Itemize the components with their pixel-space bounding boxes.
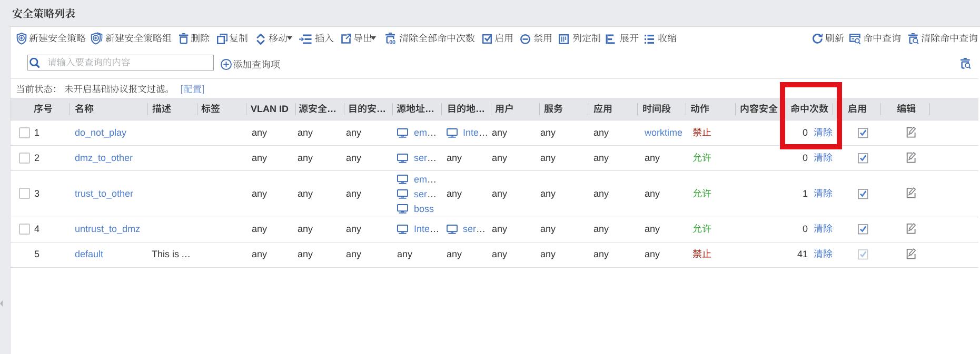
- svg-text:00: 00: [389, 39, 395, 45]
